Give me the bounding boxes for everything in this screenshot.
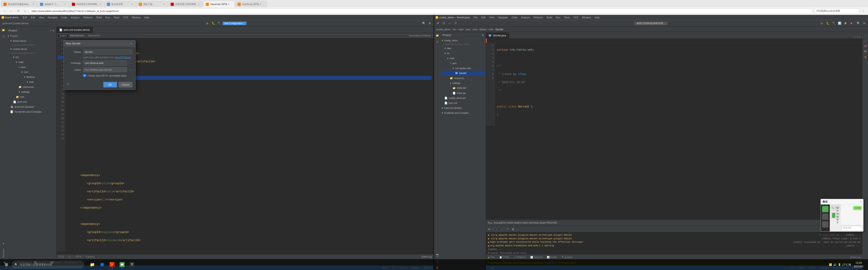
right-tree-resources[interactable]: 📁 resources	[441, 76, 486, 80]
run-down-btn[interactable]: ↓	[500, 227, 505, 232]
wechat-input[interactable]: 发送消息	[842, 227, 862, 231]
right-menu-view[interactable]: View	[488, 15, 496, 19]
breadcrumb-com[interactable]: com	[473, 28, 477, 31]
taskbar-app-wechat[interactable]: 💬	[118, 260, 127, 269]
right-menu-help[interactable]: Help	[593, 15, 601, 19]
tree-node-com[interactable]: ▾ com	[7, 70, 56, 74]
right-build-btn[interactable]: 🔨	[831, 21, 836, 26]
structure-icon[interactable]: ☰	[1, 34, 6, 39]
java-ee-names-link[interactable]: Java EE Names	[115, 56, 131, 59]
tab-7[interactable]: Javascript-JSP堂 ×	[203, 1, 235, 7]
tab-3[interactable]: 内容管理-CSDN博客 ×	[69, 1, 104, 7]
wechat-overlay[interactable]: 微信 × 🔍 搜索	[820, 199, 864, 232]
right-tree-indexjsp[interactable]: 📄 index.jsp	[441, 91, 486, 96]
breadcrumb-main[interactable]: main	[458, 28, 464, 31]
tree-node-webapp[interactable]: ▾ webapp	[7, 90, 56, 94]
start-button[interactable]: ⊞	[2, 260, 11, 269]
favorites-icon[interactable]: ★	[1, 241, 6, 246]
run-play-btn[interactable]: ▶	[487, 227, 492, 232]
tab-close-5[interactable]: ×	[162, 3, 165, 6]
tree-node-test[interactable]: 📁 test	[7, 94, 56, 99]
right-gear-btn[interactable]: ⚙	[862, 21, 867, 26]
tab-project[interactable]: project	[58, 34, 68, 37]
tree-node-scratches[interactable]: 📝 Scratches and Consoles	[7, 109, 56, 114]
taskbar-app-explorer[interactable]: 📁	[88, 260, 97, 269]
taskbar-app-intellij[interactable]: I	[107, 260, 117, 269]
right-menu-code[interactable]: Code	[510, 15, 519, 19]
right-tree-ext-libs[interactable]: ▾ External Libraries	[441, 105, 486, 110]
tab-close-2[interactable]: ×	[64, 3, 67, 6]
right-tree-cookie[interactable]: ▾ cookie_demo	[441, 38, 486, 43]
menu-analyze[interactable]: Analyze	[69, 15, 81, 19]
breadcrumb-cookie[interactable]: cookie_demo	[436, 28, 451, 31]
wechat-icon-2[interactable]	[822, 213, 829, 220]
tree-node-web[interactable]: ▾ web	[7, 79, 56, 85]
breadcrumb-src[interactable]: src	[453, 28, 456, 31]
dependency-analyzer[interactable]: Dependency Analyzer	[408, 34, 432, 37]
right-menu-file[interactable]: File	[472, 15, 479, 19]
menu-code[interactable]: Code	[60, 15, 69, 19]
right-profile-btn[interactable]: ⚡	[843, 21, 848, 26]
right-strip-icon-3[interactable]: 📌	[863, 44, 868, 48]
right-strip-icon-2[interactable]: ▷	[863, 38, 868, 43]
right-settings-icon[interactable]: ⚙	[435, 21, 440, 26]
project-icon[interactable]: 📁	[1, 28, 6, 33]
right-tree-iml[interactable]: 📄 cookie_demo.iml	[441, 96, 486, 100]
wechat-close[interactable]: ×	[860, 200, 862, 203]
run-tab-profiler[interactable]: 📊 Profiler	[545, 256, 559, 259]
dialog-name-input[interactable]	[83, 49, 132, 55]
right-search-btn[interactable]: 🔍	[856, 21, 861, 26]
right-menu-run[interactable]: Run	[554, 15, 562, 19]
run-tab-build[interactable]: 🔨 & Build	[559, 256, 575, 259]
right-tree-servlet[interactable]: C Servlet	[441, 71, 486, 76]
cancel-button[interactable]: Cancel	[119, 82, 132, 88]
right-tree-scratches[interactable]: ▾ Scratches and Consoles	[441, 110, 486, 115]
run-btn[interactable]: ▶	[205, 21, 210, 26]
tree-node-cookie-demo[interactable]: ▾ cookie-demo	[7, 46, 56, 52]
tab-close-6[interactable]: ×	[197, 3, 200, 6]
ok-button[interactable]: OK	[103, 82, 117, 88]
back-button[interactable]: ‹	[2, 8, 7, 14]
run-tab-terminal[interactable]: ⬜ Terminal	[528, 256, 544, 259]
tree-node-java[interactable]: ▾ java	[7, 65, 56, 70]
right-menu-window[interactable]: Window	[581, 15, 592, 19]
refresh-button[interactable]: ↺	[16, 8, 21, 14]
tab-close-3[interactable]: ×	[98, 3, 102, 6]
tab-close-4[interactable]: ×	[130, 3, 133, 6]
settings-button[interactable]: ⋮	[861, 8, 866, 14]
tree-node-src[interactable]: ▾ src	[7, 55, 56, 60]
right-menu-edit[interactable]: Edit	[480, 15, 487, 19]
right-tree-pom[interactable]: 📄 pom.xml	[441, 100, 486, 105]
dialog-package-input[interactable]	[83, 61, 127, 65]
right-debug-btn[interactable]: 🐛	[825, 21, 830, 26]
tab-5[interactable]: 我有个想... ×	[136, 1, 168, 7]
right-menu-analyze[interactable]: Analyze	[520, 15, 531, 19]
taskbar-app-typora[interactable]: T	[127, 260, 136, 269]
tab-4[interactable]: 苑文章管理 ×	[104, 1, 136, 7]
tree-node-pom[interactable]: 📄 pom.xml	[7, 99, 56, 104]
structure-label[interactable]: Structure	[2, 247, 5, 259]
right-run-btn[interactable]: ▶	[819, 21, 825, 26]
dialog-class-input[interactable]	[83, 67, 127, 72]
right-tree-idea[interactable]: ▾ idea	[441, 46, 486, 51]
menu-vcs[interactable]: VCS	[121, 15, 130, 19]
tree-node-ithelma[interactable]: ▾ ithelma	[7, 74, 56, 79]
breadcrumb-servlet[interactable]: Servlet	[495, 28, 503, 31]
right-tree-package[interactable]: ▾ com.taotao.web	[441, 66, 486, 71]
class-browse-btn[interactable]: ⋯	[129, 68, 132, 71]
tab-dependency[interactable]: dependency	[86, 34, 102, 37]
right-menu-build[interactable]: Build	[545, 15, 554, 19]
add-config-btn[interactable]: Add Configuration...	[223, 22, 246, 25]
right-strip-icon-5[interactable]: 🔖	[863, 55, 868, 59]
tray-volume[interactable]: 🔊	[833, 263, 837, 266]
right-editor-scroll[interactable]: 1234 56789 package com.taotao.web; /** *…	[486, 43, 862, 220]
right-stop-btn[interactable]: ■	[849, 21, 854, 26]
tree-collapse-btn[interactable]: —	[50, 29, 52, 32]
menu-refactor[interactable]: Refactor	[82, 15, 94, 19]
build-btn[interactable]: 🔨	[217, 21, 222, 26]
taskbar-clock[interactable]: 13:29 2022/4/1	[854, 261, 864, 268]
new-servlet-dialog[interactable]: New Servlet × Name: prefix and suffix ar…	[63, 40, 135, 90]
tab-1[interactable]: 黑马程序员最新Java... ×	[1, 1, 37, 7]
right-collapse-btn[interactable]: —	[447, 21, 452, 26]
tree-node-resources[interactable]: 📁 resources	[7, 85, 56, 90]
